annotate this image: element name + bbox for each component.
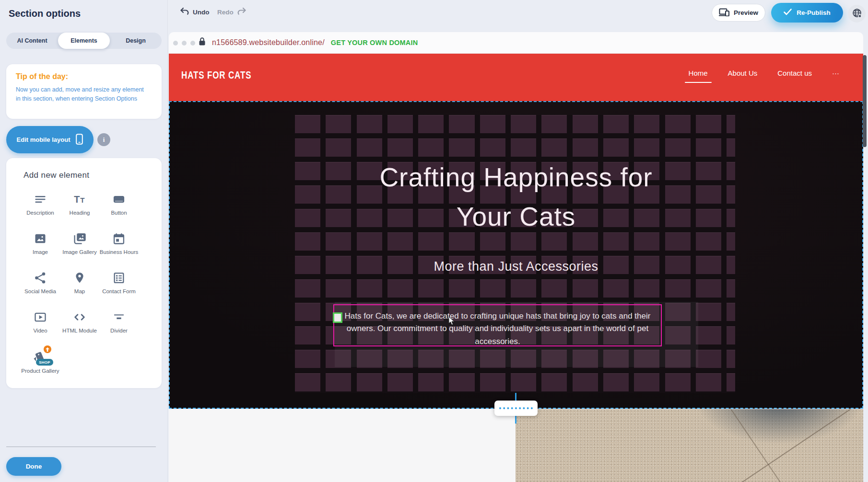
nav-about-us[interactable]: About Us <box>728 69 758 77</box>
nav-contact-us[interactable]: Contact us <box>777 69 812 77</box>
business-hours-icon <box>112 232 126 245</box>
element-business-hours[interactable]: Business Hours <box>99 232 139 271</box>
undo-icon <box>180 7 189 17</box>
element-description[interactable]: Description <box>21 193 60 232</box>
button-icon <box>112 193 126 206</box>
get-domain-link[interactable]: GET YOUR OWN DOMAIN <box>331 39 418 46</box>
app-root: Section options AI Content Elements Desi… <box>0 0 868 482</box>
stone-seam <box>716 409 781 482</box>
element-contact-form[interactable]: Contact Form <box>99 271 139 310</box>
map-pin-icon <box>73 271 86 285</box>
nav-home[interactable]: Home <box>689 69 708 77</box>
stone-seam <box>664 409 863 482</box>
page-title: Section options <box>9 8 81 19</box>
tip-of-the-day-card: Tip of the day: Now you can add, move an… <box>6 64 162 119</box>
drag-handle[interactable] <box>333 312 342 323</box>
devices-icon <box>719 8 729 18</box>
tab-design[interactable]: Design <box>110 33 162 49</box>
hero-paragraph: Hats for Cats, we are dedicated to craft… <box>340 310 655 348</box>
preview-button[interactable]: Preview <box>712 4 765 22</box>
hero-heading[interactable]: Crafting Happiness for Your Cats <box>169 158 863 236</box>
divider-icon <box>112 310 126 324</box>
globe-button[interactable] <box>848 5 866 23</box>
description-icon <box>34 193 47 206</box>
globe-icon <box>852 8 862 20</box>
panel-tabbar: AI Content Elements Design <box>6 33 162 49</box>
svg-text:T: T <box>74 194 80 205</box>
element-social-media[interactable]: Social Media <box>21 271 60 310</box>
element-button[interactable]: Button <box>99 193 139 232</box>
product-gallery-icon: SHOP <box>32 350 48 364</box>
site-header[interactable]: HATS FOR CATS Home About Us Contact us ·… <box>169 54 863 101</box>
next-section-empty[interactable] <box>169 409 516 482</box>
republish-button[interactable]: Re-Publish <box>771 3 843 23</box>
tip-title: Tip of the day: <box>16 72 152 81</box>
panel-divider <box>6 447 156 447</box>
social-media-icon <box>34 271 47 285</box>
element-product-gallery[interactable]: SHOP Product Gallery <box>21 350 60 389</box>
done-button[interactable]: Done <box>6 457 61 476</box>
section-resize-handle[interactable] <box>494 401 538 416</box>
site-url: n1566589.websitebuilder.online/ <box>212 38 325 47</box>
heading-icon: TT <box>73 193 86 206</box>
canvas-scrollbar-thumb[interactable] <box>863 55 867 147</box>
code-icon <box>73 310 86 324</box>
browser-chrome: n1566589.websitebuilder.online/ GET YOUR… <box>169 32 863 54</box>
svg-text:T: T <box>80 196 85 204</box>
next-section-image[interactable] <box>516 409 863 482</box>
section-options-panel: Section options AI Content Elements Desi… <box>0 0 168 482</box>
element-image[interactable]: Image <box>21 232 60 271</box>
tab-ai-content[interactable]: AI Content <box>6 33 58 49</box>
contact-form-icon <box>112 271 126 285</box>
element-video[interactable]: Video <box>21 310 60 350</box>
selected-paragraph-element[interactable]: Hats for Cats, we are dedicated to craft… <box>333 304 662 346</box>
nav-more-menu[interactable]: ··· <box>832 69 839 77</box>
image-gallery-icon <box>72 232 87 245</box>
check-icon <box>784 9 792 17</box>
element-html-module[interactable]: HTML Module <box>60 310 99 350</box>
tab-elements[interactable]: Elements <box>58 33 110 49</box>
site-nav: Home About Us Contact us ··· <box>689 69 839 77</box>
add-element-card: Add new element Description TT Heading <box>6 158 162 388</box>
element-divider[interactable]: Divider <box>99 310 139 350</box>
address-bar: n1566589.websitebuilder.online/ GET YOUR… <box>199 37 418 48</box>
redo-icon <box>237 7 246 17</box>
undo-button[interactable]: Undo <box>180 7 210 17</box>
add-element-title: Add new element <box>23 171 162 180</box>
redo-button[interactable]: Redo <box>217 7 246 17</box>
browser-dots <box>173 41 195 46</box>
edit-mobile-layout-button[interactable]: Edit mobile layout <box>6 126 94 153</box>
video-icon <box>34 310 47 324</box>
editor-topbar: Undo Redo Preview Re-Publish <box>168 0 868 27</box>
site-logo: HATS FOR CATS <box>181 69 251 81</box>
lock-icon <box>199 37 206 48</box>
element-map[interactable]: Map <box>60 271 99 310</box>
element-image-gallery[interactable]: Image Gallery <box>60 232 99 271</box>
element-heading[interactable]: TT Heading <box>60 193 99 232</box>
dotted-line <box>499 407 533 409</box>
hero-subheading[interactable]: More than Just Accessories <box>169 259 863 274</box>
shop-badge: SHOP <box>36 359 53 366</box>
tip-body: Now you can add, move and resize any ele… <box>16 85 150 104</box>
upgrade-arrow-badge <box>44 345 51 353</box>
phone-icon <box>76 134 83 146</box>
element-grid: Description TT Heading Button <box>21 193 142 389</box>
hero-section[interactable]: Crafting Happiness for Your Cats More th… <box>169 101 863 409</box>
image-icon <box>34 232 47 245</box>
edit-mobile-layout-label: Edit mobile layout <box>17 136 70 143</box>
info-icon[interactable]: i <box>97 133 110 146</box>
